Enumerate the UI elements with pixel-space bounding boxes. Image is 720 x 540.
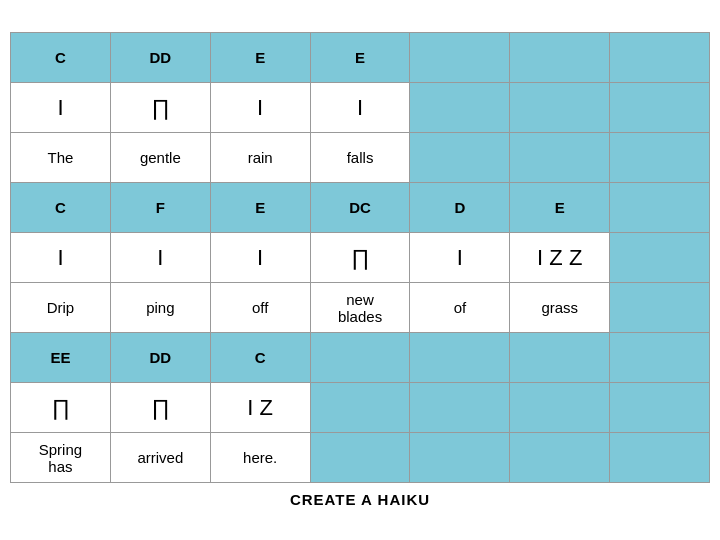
cell-r7-c1: ∏ — [110, 383, 210, 433]
cell-r3-c2: E — [210, 183, 310, 233]
footer-label: CREATE A HAIKU — [10, 491, 710, 508]
main-container: CDDEEI∏IIThegentlerainfallsCFEDCDEIII∏II… — [10, 32, 710, 508]
cell-r0-c1: DD — [110, 33, 210, 83]
cell-r3-c5: E — [510, 183, 610, 233]
cell-r8-c2: here. — [210, 433, 310, 483]
cell-r7-c6 — [610, 383, 710, 433]
cell-r8-c4 — [410, 433, 510, 483]
cell-r3-c4: D — [410, 183, 510, 233]
cell-r4-c3: ∏ — [310, 233, 410, 283]
cell-r0-c0: C — [11, 33, 111, 83]
cell-r7-c3 — [310, 383, 410, 433]
cell-r6-c4 — [410, 333, 510, 383]
cell-r3-c1: F — [110, 183, 210, 233]
cell-r8-c5 — [510, 433, 610, 483]
cell-r8-c6 — [610, 433, 710, 483]
cell-r7-c4 — [410, 383, 510, 433]
cell-r1-c3: I — [310, 83, 410, 133]
cell-r4-c2: I — [210, 233, 310, 283]
cell-r8-c3 — [310, 433, 410, 483]
cell-r2-c6 — [610, 133, 710, 183]
cell-r3-c0: C — [11, 183, 111, 233]
cell-r5-c1: ping — [110, 283, 210, 333]
cell-r1-c0: I — [11, 83, 111, 133]
cell-r6-c5 — [510, 333, 610, 383]
cell-r6-c0: EE — [11, 333, 111, 383]
cell-r0-c3: E — [310, 33, 410, 83]
cell-r0-c4 — [410, 33, 510, 83]
cell-r5-c3: new blades — [310, 283, 410, 333]
cell-r6-c1: DD — [110, 333, 210, 383]
haiku-table: CDDEEI∏IIThegentlerainfallsCFEDCDEIII∏II… — [10, 32, 710, 483]
cell-r2-c1: gentle — [110, 133, 210, 183]
cell-r1-c2: I — [210, 83, 310, 133]
cell-r4-c1: I — [110, 233, 210, 283]
cell-r4-c6 — [610, 233, 710, 283]
cell-r5-c0: Drip — [11, 283, 111, 333]
cell-r6-c6 — [610, 333, 710, 383]
cell-r7-c2: I Z — [210, 383, 310, 433]
cell-r7-c0: ∏ — [11, 383, 111, 433]
cell-r2-c5 — [510, 133, 610, 183]
cell-r2-c0: The — [11, 133, 111, 183]
cell-r8-c1: arrived — [110, 433, 210, 483]
cell-r5-c2: off — [210, 283, 310, 333]
cell-r1-c5 — [510, 83, 610, 133]
cell-r5-c6 — [610, 283, 710, 333]
cell-r5-c5: grass — [510, 283, 610, 333]
cell-r7-c5 — [510, 383, 610, 433]
cell-r6-c2: C — [210, 333, 310, 383]
cell-r0-c5 — [510, 33, 610, 83]
cell-r2-c2: rain — [210, 133, 310, 183]
cell-r5-c4: of — [410, 283, 510, 333]
cell-r2-c4 — [410, 133, 510, 183]
cell-r4-c0: I — [11, 233, 111, 283]
cell-r4-c4: I — [410, 233, 510, 283]
cell-r8-c0: Spring has — [11, 433, 111, 483]
cell-r1-c6 — [610, 83, 710, 133]
cell-r0-c2: E — [210, 33, 310, 83]
cell-r1-c1: ∏ — [110, 83, 210, 133]
cell-r3-c6 — [610, 183, 710, 233]
cell-r6-c3 — [310, 333, 410, 383]
cell-r4-c5: I Z Z — [510, 233, 610, 283]
cell-r0-c6 — [610, 33, 710, 83]
cell-r1-c4 — [410, 83, 510, 133]
cell-r3-c3: DC — [310, 183, 410, 233]
cell-r2-c3: falls — [310, 133, 410, 183]
